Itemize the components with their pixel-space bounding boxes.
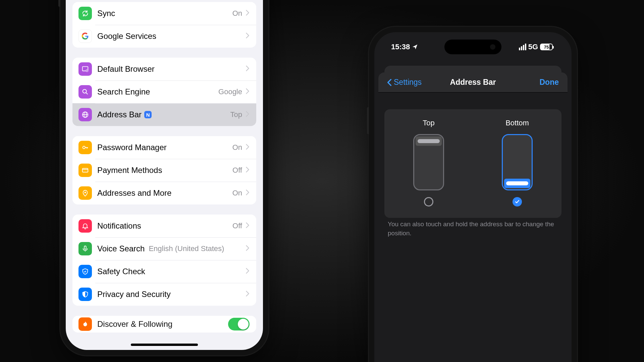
- chevron-right-icon: [246, 10, 250, 17]
- svg-rect-6: [83, 169, 88, 172]
- google-icon: [78, 29, 92, 43]
- value: Top: [230, 110, 242, 119]
- flame-icon: [78, 317, 92, 331]
- chevron-right-icon: [246, 291, 250, 298]
- phone-settings: Sync On Google Services Default Browser: [60, 0, 268, 355]
- discover-toggle[interactable]: [228, 318, 250, 330]
- settings-list: Sync On Google Services Default Browser: [66, 0, 263, 350]
- row-default-browser[interactable]: Default Browser: [72, 58, 256, 80]
- chevron-right-icon: [246, 167, 250, 174]
- row-google-services[interactable]: Google Services: [72, 25, 256, 48]
- svg-point-7: [85, 192, 86, 193]
- sync-icon: [78, 7, 92, 20]
- location-arrow-icon: [412, 44, 418, 50]
- option-bottom[interactable]: Bottom: [502, 119, 533, 206]
- value: Off: [232, 222, 242, 230]
- row-payment-methods[interactable]: Payment Methods Off: [72, 159, 256, 182]
- option-top[interactable]: Top: [413, 119, 444, 206]
- label: Default Browser: [97, 64, 155, 74]
- shield-icon: [78, 288, 92, 301]
- battery-icon: 75: [540, 44, 553, 50]
- row-safety-check[interactable]: Safety Check: [72, 260, 256, 283]
- row-search-engine[interactable]: Search Engine Google: [72, 80, 256, 103]
- value: Off: [232, 166, 242, 175]
- card-icon: [78, 164, 92, 177]
- row-privacy-security[interactable]: Privacy and Security: [72, 283, 256, 306]
- label: Discover & Following: [97, 319, 172, 329]
- label: Addresses and More: [97, 188, 171, 198]
- phone-address-bar: 15:38 5G 75 Settings Address Bar Done To…: [369, 27, 577, 362]
- row-voice-search[interactable]: Voice Search English (United States): [72, 237, 256, 260]
- value: On: [232, 143, 242, 152]
- svg-rect-8: [84, 246, 86, 249]
- address-bar-options: Top Bottom: [384, 109, 561, 218]
- status-bar: 15:38 5G 75: [374, 42, 572, 52]
- label: Notifications: [97, 221, 141, 231]
- row-sync[interactable]: Sync On: [72, 2, 256, 25]
- option-top-label: Top: [423, 119, 434, 127]
- label: Search Engine: [97, 87, 150, 97]
- svg-point-2: [83, 89, 87, 93]
- shield-check-icon: [78, 265, 92, 278]
- row-discover-following[interactable]: Discover & Following: [72, 316, 256, 333]
- row-addresses[interactable]: Addresses and More On: [72, 182, 256, 204]
- label: Safety Check: [97, 267, 145, 276]
- back-button[interactable]: Settings: [387, 78, 422, 87]
- chevron-right-icon: [246, 189, 250, 197]
- label: Voice Search: [97, 244, 145, 253]
- mic-icon: [78, 242, 92, 255]
- search-icon: [78, 85, 92, 99]
- value: English (United States): [149, 244, 224, 253]
- bell-icon: [78, 219, 92, 233]
- label: Google Services: [97, 32, 156, 41]
- new-badge: N: [144, 111, 152, 118]
- status-cell: 5G: [528, 43, 538, 51]
- label: Password Manager: [97, 143, 167, 152]
- home-indicator[interactable]: [131, 344, 198, 346]
- chevron-right-icon: [246, 268, 250, 275]
- value: Google: [218, 87, 242, 96]
- chevron-right-icon: [246, 65, 250, 73]
- label: Privacy and Security: [97, 290, 171, 299]
- preview-bottom-icon: [502, 134, 533, 190]
- preview-top-icon: [413, 134, 444, 190]
- chevron-right-icon: [246, 144, 250, 151]
- label: Address Bar: [97, 110, 142, 119]
- radio-top[interactable]: [424, 197, 433, 206]
- signal-icon: [519, 44, 526, 50]
- done-button[interactable]: Done: [540, 78, 559, 87]
- chevron-right-icon: [246, 111, 250, 118]
- row-notifications[interactable]: Notifications Off: [72, 215, 256, 237]
- label: Sync: [97, 9, 115, 18]
- back-label: Settings: [394, 78, 422, 87]
- globe-icon: [78, 108, 92, 121]
- radio-bottom[interactable]: [513, 197, 522, 206]
- chevron-right-icon: [246, 33, 250, 40]
- value: On: [232, 9, 242, 18]
- row-password-manager[interactable]: Password Manager On: [72, 136, 256, 159]
- label: Payment Methods: [97, 166, 162, 175]
- default-browser-icon: [78, 62, 92, 76]
- row-address-bar[interactable]: Address Bar N Top: [72, 103, 256, 126]
- option-bottom-label: Bottom: [505, 119, 529, 127]
- value: On: [232, 189, 242, 197]
- chevron-right-icon: [246, 88, 250, 96]
- key-icon: [78, 141, 92, 154]
- chevron-right-icon: [246, 222, 250, 230]
- chevron-right-icon: [246, 245, 250, 252]
- svg-point-5: [83, 146, 85, 148]
- nav-bar: Settings Address Bar Done: [378, 72, 568, 93]
- status-time: 15:38: [391, 43, 410, 51]
- pin-icon: [78, 186, 92, 200]
- hint-text: You can also touch and hold the address …: [388, 220, 558, 238]
